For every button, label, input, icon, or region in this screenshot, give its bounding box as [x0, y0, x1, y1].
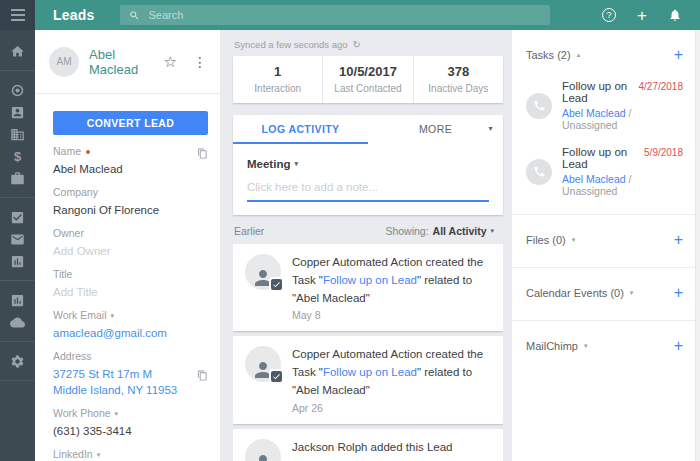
- envelope-icon: [10, 232, 25, 247]
- quick-add-icon[interactable]: +: [637, 7, 647, 24]
- search-input[interactable]: [148, 9, 541, 21]
- tasks-section-header[interactable]: Tasks (2) ▴ +: [526, 30, 695, 73]
- section-title: MailChimp: [526, 340, 578, 352]
- address-line-2[interactable]: Middle Island, NY 11953: [53, 383, 208, 397]
- task-related-link[interactable]: Abel Maclead: [562, 107, 626, 119]
- hamburger-icon: [11, 9, 25, 11]
- global-search[interactable]: [120, 5, 550, 25]
- field-value[interactable]: Rangoni Of Florence: [53, 203, 208, 217]
- stat-inactive-days: 378 Inactive Days: [413, 56, 503, 103]
- stat-label: Last Contacted: [323, 83, 412, 94]
- nav-divider: [0, 197, 35, 198]
- sidebar-item-settings[interactable]: [0, 350, 35, 372]
- add-file-icon[interactable]: +: [674, 232, 683, 248]
- sidebar-item-reports[interactable]: [0, 250, 35, 272]
- field-placeholder[interactable]: Add Owner: [53, 244, 208, 258]
- chevron-down-icon[interactable]: ▾: [110, 309, 114, 322]
- sidebar-item-opportunities[interactable]: $: [0, 145, 35, 167]
- chevron-up-icon: ▴: [577, 51, 581, 59]
- add-calendar-event-icon[interactable]: +: [674, 285, 683, 301]
- avatar: AM: [49, 47, 79, 77]
- feed-item-lead-added[interactable]: Jackson Rolph added this Lead Apr 26: [233, 429, 503, 461]
- chevron-down-icon[interactable]: ▾: [97, 448, 101, 461]
- sidebar-item-projects[interactable]: [0, 167, 35, 189]
- kebab-menu-icon[interactable]: ⋮: [190, 54, 210, 70]
- sidebar-item-companies[interactable]: [0, 123, 35, 145]
- add-task-icon[interactable]: +: [674, 47, 683, 63]
- dollar-icon: $: [14, 149, 21, 164]
- lead-stats-card: 1 Interaction 10/5/2017 Last Contacted 3…: [233, 56, 503, 103]
- field-label: LinkedIn: [53, 448, 93, 461]
- activity-feed: Copper Automated Action created the Task…: [233, 244, 503, 461]
- phone-icon: [526, 93, 552, 119]
- building-icon: [10, 127, 25, 142]
- task-link[interactable]: Follow up on Lead: [323, 366, 417, 378]
- sidebar-item-contacts[interactable]: [0, 101, 35, 123]
- crm-app-window: Leads ? + $: [0, 0, 700, 461]
- field-value[interactable]: Abel Maclead: [53, 162, 208, 176]
- bar-chart-icon: [10, 254, 25, 269]
- task-link[interactable]: Follow up on Lead: [323, 274, 417, 286]
- stat-value: 10/5/2017: [323, 64, 412, 79]
- field-value[interactable]: (631) 335-3414: [53, 424, 208, 438]
- chevron-down-icon: ▾: [572, 236, 576, 244]
- tab-more[interactable]: MORE▾: [368, 115, 503, 144]
- task-badge-icon: [269, 369, 284, 384]
- contact-card-icon: [10, 105, 25, 120]
- sidebar-item-inbox[interactable]: [0, 228, 35, 250]
- feed-item-task-created[interactable]: Copper Automated Action created the Task…: [233, 336, 503, 423]
- stat-last-contacted: 10/5/2017 Last Contacted: [322, 56, 412, 103]
- address-line-1[interactable]: 37275 St Rt 17m M: [53, 367, 208, 381]
- sidebar-item-home[interactable]: [0, 40, 35, 62]
- notifications-icon[interactable]: [668, 8, 682, 22]
- field-label: Title: [53, 268, 208, 281]
- stat-interactions: 1 Interaction: [233, 56, 322, 103]
- field-placeholder[interactable]: Add Title: [53, 285, 208, 299]
- sync-status: Synced a few seconds ago: [234, 39, 348, 50]
- chevron-down-icon[interactable]: ▾: [490, 227, 494, 235]
- task-related-link[interactable]: Abel Maclead: [562, 173, 626, 185]
- mailchimp-section-header[interactable]: MailChimp ▾ +: [526, 321, 695, 364]
- task-title: Follow up on Lead: [562, 80, 639, 104]
- hamburger-menu-button[interactable]: [0, 0, 35, 30]
- help-icon[interactable]: ?: [602, 8, 616, 22]
- activity-filter-dropdown[interactable]: All Activity: [433, 225, 487, 237]
- activity-type-selector[interactable]: Meeting▾: [247, 158, 298, 170]
- note-input[interactable]: Click here to add a note...: [247, 181, 489, 202]
- chevron-down-icon: ▾: [630, 289, 634, 297]
- sidebar-item-leads[interactable]: [0, 79, 35, 101]
- add-mailchimp-icon[interactable]: +: [674, 338, 683, 354]
- calendar-events-section-header[interactable]: Calendar Events (0) ▾ +: [526, 268, 695, 311]
- tab-log-activity[interactable]: LOG ACTIVITY: [233, 115, 368, 144]
- related-panel: Tasks (2) ▴ + Follow up on Lead 4/27/201…: [512, 30, 700, 461]
- field-name: Name Abel Maclead: [53, 145, 208, 176]
- copy-icon[interactable]: [197, 145, 208, 163]
- task-badge-icon: [269, 277, 284, 292]
- main-area: $ AM Abel Maclead ☆ ⋮ CONVERT LEAD: [0, 30, 700, 461]
- chevron-down-icon[interactable]: ▾: [115, 407, 119, 420]
- files-section-header[interactable]: Files (0) ▾ +: [526, 215, 695, 258]
- feed-text: Jackson Rolph added this Lead: [292, 439, 491, 457]
- home-icon: [10, 44, 25, 59]
- log-activity-card: LOG ACTIVITY MORE▾ Meeting▾ Click here t…: [233, 115, 503, 215]
- convert-lead-button[interactable]: CONVERT LEAD: [53, 111, 208, 135]
- lead-detail-panel: AM Abel Maclead ☆ ⋮ CONVERT LEAD Name Ab…: [35, 30, 220, 461]
- feed-item-task-created[interactable]: Copper Automated Action created the Task…: [233, 244, 503, 331]
- field-label: Work Email: [53, 309, 106, 322]
- field-label: Work Phone: [53, 407, 111, 420]
- nav-rail: $: [0, 30, 35, 461]
- task-due-date: 4/27/2018: [639, 81, 684, 92]
- sidebar-item-tasks[interactable]: [0, 206, 35, 228]
- copy-icon[interactable]: [197, 367, 208, 385]
- task-list-item[interactable]: Follow up on Lead 4/27/2018 Abel Maclead…: [526, 73, 695, 139]
- refresh-icon[interactable]: ↻: [353, 39, 361, 50]
- sidebar-item-analytics[interactable]: [0, 289, 35, 311]
- bar-chart-icon: [10, 293, 25, 308]
- star-icon[interactable]: ☆: [164, 53, 177, 71]
- task-list-item[interactable]: Follow up on Lead 5/9/2018 Abel Maclead …: [526, 139, 695, 205]
- scrollbar[interactable]: [695, 30, 700, 461]
- sidebar-item-integrations[interactable]: [0, 311, 35, 333]
- email-link[interactable]: amaclead@gmail.com: [53, 326, 208, 340]
- field-title: Title Add Title: [53, 268, 208, 299]
- top-bar: Leads ? +: [0, 0, 700, 30]
